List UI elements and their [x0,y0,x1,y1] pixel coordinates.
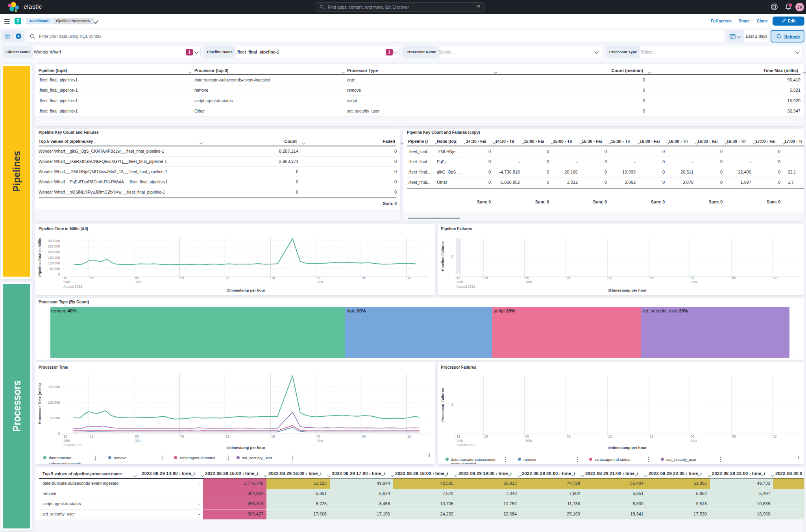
svg-text:29th: 29th [63,280,70,284]
svg-text:12: 12 [773,434,777,438]
svg-text:12: 12 [457,434,460,438]
svg-text:31st: 31st [691,280,697,284]
svg-text:script:agent-id-status: script:agent-id-status [595,457,630,462]
svg-text:30th: 30th [525,280,532,284]
svg-text:00: 00 [135,434,139,438]
svg-text:18: 18 [90,434,94,438]
svg-text:0: 0 [58,432,60,436]
svg-text:12: 12 [457,276,460,280]
svg-text:100,000: 100,000 [48,401,60,405]
svg-text:150,000: 150,000 [48,256,60,260]
svg-text:August 2022: August 2022 [63,284,82,288]
svg-text:06: 06 [567,434,571,438]
svg-text:50,000: 50,000 [50,267,60,271]
svg-text:18: 18 [271,276,275,280]
svg-text:August 2022: August 2022 [457,443,475,447]
svg-text:12: 12 [608,434,612,438]
svg-text:150,000: 150,000 [48,385,60,389]
svg-text:18: 18 [90,276,94,280]
svg-text:29th: 29th [457,439,463,443]
svg-text:12: 12 [63,276,67,280]
svg-text:31st: 31st [317,439,324,443]
svg-text:set_security_user: set_security_user [666,457,697,462]
svg-text:30th: 30th [135,280,142,284]
svg-text:0: 0 [451,255,453,259]
svg-text:script:agent-id-status: script:agent-id-status [179,456,215,460]
svg-text:00: 00 [525,434,529,438]
svg-text:August 2022: August 2022 [457,284,475,288]
svg-text:date:truncate-subseconds-: date:truncate-subseconds- [451,457,496,462]
svg-text:Processor Time (millis): Processor Time (millis) [37,383,42,424]
svg-text:event-ingested: event-ingested [451,462,476,465]
svg-text:12: 12 [226,434,230,438]
svg-text:Pipelines: Pipelines [11,151,22,192]
svg-text:12: 12 [407,434,411,438]
svg-text:18: 18 [484,434,488,438]
svg-text:Processors: Processors [11,381,23,432]
svg-text:06: 06 [362,276,366,280]
svg-text:August 2022: August 2022 [63,443,82,447]
svg-text:06: 06 [732,276,736,280]
svg-text:12: 12 [407,276,411,280]
svg-text:06: 06 [181,276,185,280]
svg-text:12: 12 [608,276,612,280]
svg-text:250,000: 250,000 [48,244,60,248]
svg-text:200,000: 200,000 [48,250,60,254]
svg-text:100,000: 100,000 [48,261,60,265]
svg-text:@timestamp per hour: @timestamp per hour [608,288,647,292]
svg-text:18: 18 [650,276,654,280]
svg-text:06: 06 [362,434,366,438]
svg-text:Processor Failures: Processor Failures [440,388,445,422]
svg-text:Pipeline Failures: Pipeline Failures [440,241,445,271]
svg-text:12: 12 [63,434,67,438]
svg-text:00: 00 [317,276,321,280]
svg-text:0: 0 [451,403,453,406]
svg-text:00: 00 [317,434,321,438]
svg-text:0: 0 [58,272,60,276]
svg-text:12: 12 [226,276,230,280]
svg-text:subseconds-event-: subseconds-event- [49,461,81,464]
svg-text:29th: 29th [63,439,70,443]
svg-text:remove: remove [114,456,127,460]
svg-text:@timestamp per hour: @timestamp per hour [608,445,647,450]
svg-text:18: 18 [484,276,488,280]
svg-text:@timestamp per hour: @timestamp per hour [227,288,265,292]
svg-text:30th: 30th [525,439,532,443]
svg-text:00: 00 [135,276,139,280]
svg-text:18: 18 [650,434,654,438]
svg-text:31st: 31st [691,439,697,443]
svg-text:set_security_user: set_security_user [242,456,272,460]
svg-text:50,000: 50,000 [50,416,60,420]
svg-text:00: 00 [525,276,529,280]
svg-text:300,000: 300,000 [48,239,60,243]
svg-text:@timestamp per hour: @timestamp per hour [227,445,265,450]
svg-text:31st: 31st [317,280,324,284]
svg-text:00: 00 [691,434,695,438]
svg-text:12: 12 [773,276,777,280]
svg-text:06: 06 [732,434,736,438]
svg-text:00: 00 [691,276,695,280]
svg-text:30th: 30th [135,439,142,443]
svg-text:06: 06 [181,434,185,438]
svg-text:remove: remove [523,457,536,462]
svg-text:06: 06 [567,276,571,280]
svg-text:18: 18 [271,434,275,438]
svg-text:29th: 29th [457,280,463,284]
svg-text:Pipeline Total in Millis: Pipeline Total in Millis [37,238,42,277]
svg-text:date:truncate-: date:truncate- [49,456,72,460]
